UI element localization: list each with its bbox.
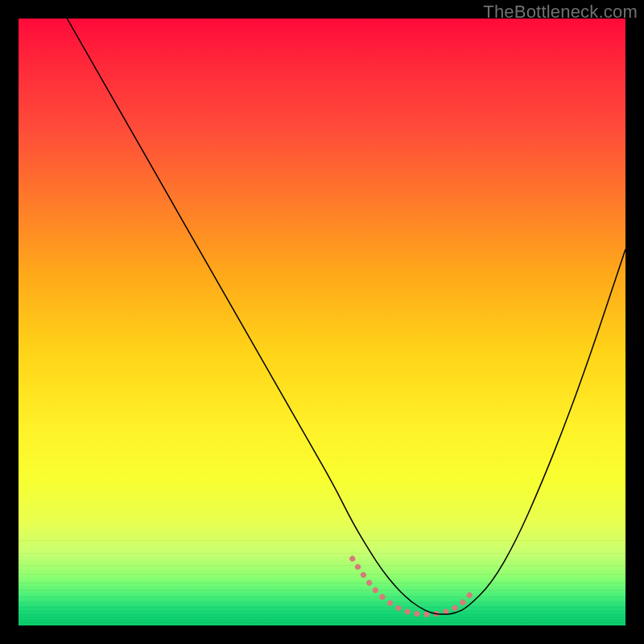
gradient-band-line <box>19 540 625 541</box>
watermark-text: TheBottleneck.com <box>483 2 638 23</box>
gradient-band-line <box>19 622 625 623</box>
gradient-band-line <box>19 590 625 591</box>
gradient-band-line <box>19 565 625 566</box>
background-gradient <box>19 19 625 625</box>
gradient-band-line <box>19 602 625 603</box>
gradient-band-line <box>19 607 625 608</box>
gradient-band-line <box>19 611 625 612</box>
chart-frame: TheBottleneck.com <box>0 0 644 644</box>
gradient-band-line <box>19 617 625 618</box>
gradient-band-line <box>19 620 625 621</box>
gradient-band-line <box>19 574 625 575</box>
gradient-band-line <box>19 553 625 554</box>
gradient-band-line <box>19 597 625 597</box>
gradient-band-line <box>19 614 625 615</box>
gradient-band-line <box>19 583 625 584</box>
plot-area <box>19 19 625 625</box>
